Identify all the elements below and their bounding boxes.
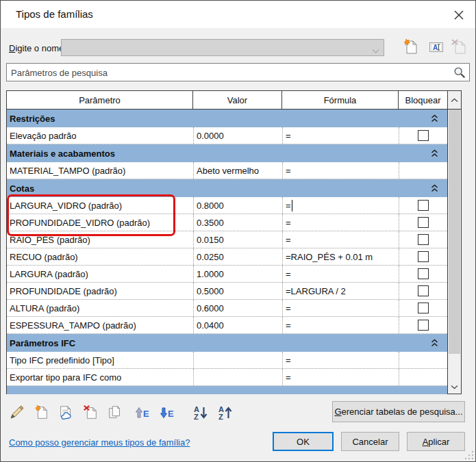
param-name-cell[interactable]: Exportar tipo para IFC como: [7, 369, 193, 385]
section-header-row[interactable]: Parâmetros IFC: [7, 334, 447, 352]
sort-descending-icon: A Z: [217, 405, 234, 421]
svg-text:Z: Z: [194, 413, 199, 421]
close-button[interactable]: [451, 7, 467, 23]
lock-checkbox[interactable]: [418, 320, 429, 331]
parameter-row[interactable]: Tipo IFC predefinido [Tipo]=: [7, 352, 447, 369]
param-formula-cell[interactable]: =: [282, 369, 399, 385]
parameter-row[interactable]: LARGURA_VIDRO (padrão)0.8000=: [7, 197, 447, 214]
param-value-cell[interactable]: [193, 352, 282, 368]
param-lock-cell: [399, 283, 447, 299]
lock-checkbox[interactable]: [418, 130, 429, 141]
parameter-row[interactable]: RECUO (padrão)0.0250=RAIO_PÉS + 0.01 m: [7, 248, 447, 266]
param-value-cell[interactable]: 0.3500: [193, 214, 282, 231]
param-name-cell[interactable]: MATERIAL_TAMPO (padrão): [7, 162, 193, 179]
sort-descending-button[interactable]: A Z: [216, 404, 234, 422]
param-value-cell[interactable]: 0.0250: [193, 248, 282, 265]
new-type-button[interactable]: [401, 38, 419, 56]
rename-type-button[interactable]: A: [427, 38, 445, 56]
search-input[interactable]: [10, 65, 444, 80]
param-value-cell[interactable]: Abeto vermelho: [193, 162, 282, 179]
param-value-cell[interactable]: 0.6000: [193, 300, 282, 316]
parameter-row[interactable]: MATERIAL_TAMPO (padrão)Abeto vermelho=: [7, 162, 447, 179]
lock-checkbox[interactable]: [418, 303, 429, 313]
lock-checkbox[interactable]: [418, 285, 429, 296]
sort-ascending-button[interactable]: A Z: [192, 404, 210, 422]
lock-checkbox[interactable]: [418, 200, 429, 211]
param-formula-cell[interactable]: =: [282, 352, 399, 368]
manage-lookup-tables-button[interactable]: Gerenciar tabelas de pesquisa...: [332, 401, 465, 422]
parameter-row[interactable]: ESPESSURA_TAMPO (padrão)0.0400=: [7, 317, 447, 334]
lock-checkbox[interactable]: [418, 217, 429, 228]
new-parameter-button[interactable]: [32, 404, 50, 422]
search-icon[interactable]: [453, 66, 466, 82]
vertical-scrollbar[interactable]: [448, 91, 461, 394]
param-name-cell[interactable]: ALTURA (padrão): [7, 300, 193, 316]
param-formula-cell[interactable]: =: [282, 127, 399, 144]
parameter-row[interactable]: LARGURA (padrão)1.0000=: [7, 266, 447, 283]
duplicate-parameter-button[interactable]: [106, 404, 124, 422]
collapse-section-icon[interactable]: [431, 114, 438, 123]
param-value-cell[interactable]: 0.5000: [193, 283, 282, 299]
scroll-down-button[interactable]: [448, 381, 461, 394]
param-formula-cell[interactable]: =: [282, 197, 399, 214]
collapse-section-icon[interactable]: [431, 184, 438, 192]
lock-checkbox[interactable]: [418, 268, 429, 279]
type-name-combobox[interactable]: [61, 39, 384, 56]
param-name-cell[interactable]: Elevação padrão: [7, 127, 193, 144]
param-name-cell[interactable]: RECUO (padrão): [7, 248, 193, 265]
param-value-cell[interactable]: 0.0000: [193, 127, 282, 144]
param-name-cell[interactable]: PROFUNDIDADE (padrão): [7, 283, 193, 299]
type-name-label: Digite o nome:: [9, 43, 66, 53]
parameter-row[interactable]: ALTURA (padrão)0.6000=: [7, 300, 447, 317]
param-formula-cell[interactable]: =RAIO_PÉS + 0.01 m: [282, 248, 399, 265]
param-name-cell[interactable]: Tipo IFC predefinido [Tipo]: [7, 352, 193, 368]
parameter-search-field[interactable]: [6, 63, 470, 81]
lock-checkbox[interactable]: [418, 251, 429, 262]
param-value-cell[interactable]: 0.0150: [193, 231, 282, 248]
apply-button[interactable]: Aplicar: [407, 432, 465, 451]
param-name-cell[interactable]: LARGURA_VIDRO (padrão): [7, 197, 193, 214]
move-down-button[interactable]: E: [158, 404, 175, 422]
param-name-cell[interactable]: LARGURA (padrão): [7, 266, 193, 282]
help-link[interactable]: Como posso gerenciar meus tipos de famíl…: [9, 437, 190, 448]
collapse-section-icon[interactable]: [431, 339, 438, 347]
delete-parameter-button[interactable]: [82, 404, 99, 422]
section-header-row[interactable]: Restrições: [7, 110, 447, 127]
param-name-cell[interactable]: PROFUNDIDADE_VIDRO (padrão): [7, 214, 193, 231]
param-formula-cell[interactable]: =LARGURA / 2: [282, 283, 399, 299]
move-up-button[interactable]: E: [133, 404, 151, 422]
shared-parameter-button[interactable]: [57, 404, 75, 422]
param-value-cell[interactable]: 1.0000: [193, 266, 282, 282]
param-formula-cell[interactable]: =: [282, 266, 399, 282]
edit-parameter-button[interactable]: [8, 404, 25, 422]
edit-parameter-icon: [8, 405, 25, 421]
parameter-row[interactable]: PROFUNDIDADE (padrão)0.5000=LARGURA / 2: [7, 283, 447, 300]
param-name-cell[interactable]: ESPESSURA_TAMPO (padrão): [7, 317, 193, 333]
section-header-row[interactable]: Materiais e acabamentos: [7, 144, 447, 162]
parameter-row[interactable]: Elevação padrão0.0000=: [7, 127, 447, 144]
param-formula-cell[interactable]: =: [282, 300, 399, 316]
parameter-row[interactable]: Exportar tipo para IFC como=: [7, 369, 447, 386]
param-formula-cell[interactable]: =: [282, 214, 399, 231]
param-value-cell[interactable]: 0.0400: [193, 317, 282, 333]
parameter-row[interactable]: PROFUNDIDADE_VIDRO (padrão)0.3500=: [7, 214, 447, 231]
column-header-formula: Fórmula: [282, 91, 399, 109]
scrollbar-thumb[interactable]: [449, 110, 460, 354]
param-formula-cell[interactable]: =: [282, 317, 399, 333]
parameter-row[interactable]: RAIO_PÉS (padrão)0.0150=: [7, 231, 447, 248]
param-formula-cell[interactable]: =: [282, 231, 399, 248]
collapse-section-icon[interactable]: [431, 149, 438, 157]
param-value-cell[interactable]: 0.8000: [193, 197, 282, 214]
param-formula-cell[interactable]: =: [282, 162, 399, 179]
section-header-row[interactable]: Cotas: [7, 179, 447, 197]
shared-parameter-icon: [58, 405, 74, 421]
ok-button[interactable]: OK: [273, 432, 334, 451]
column-header-lock: Bloquear: [399, 91, 447, 109]
scroll-up-button[interactable]: [448, 91, 461, 110]
resize-grip[interactable]: [465, 451, 473, 459]
lock-checkbox[interactable]: [418, 234, 429, 245]
cancel-button[interactable]: Cancelar: [341, 432, 399, 451]
param-lock-cell: [399, 162, 447, 179]
param-name-cell[interactable]: RAIO_PÉS (padrão): [7, 231, 193, 248]
param-value-cell[interactable]: [193, 369, 282, 385]
